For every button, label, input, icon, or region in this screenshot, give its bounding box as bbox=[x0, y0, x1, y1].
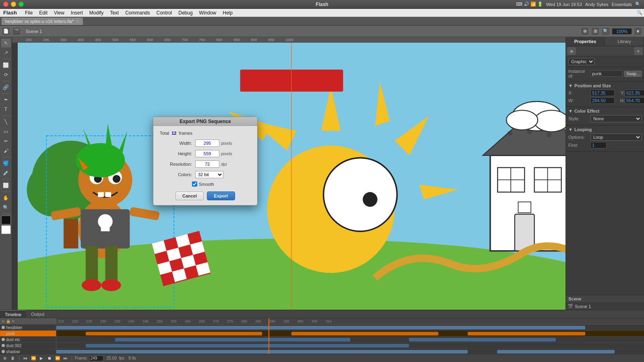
minimize-button[interactable] bbox=[11, 2, 16, 7]
frame-input[interactable] bbox=[89, 356, 103, 361]
swap-button[interactable]: Swap... bbox=[624, 71, 642, 77]
paint-bucket-tool[interactable]: 🪣 bbox=[1, 159, 11, 168]
maximize-button[interactable] bbox=[19, 2, 24, 7]
height-input[interactable] bbox=[195, 150, 219, 157]
clock: Wed 19 Jun 19:53 bbox=[546, 2, 582, 7]
3d-rotation-tool[interactable]: ⟳ bbox=[1, 70, 11, 79]
menu-window[interactable]: Window bbox=[196, 9, 220, 17]
hand-tool[interactable]: ✋ bbox=[1, 193, 11, 202]
menu-edit[interactable]: Edit bbox=[36, 9, 51, 17]
layer-dust-002[interactable]: dust 002 bbox=[0, 343, 56, 349]
add-layer-btn[interactable]: ⊕ bbox=[2, 355, 8, 362]
panel-tabs: Properties Library bbox=[566, 37, 644, 46]
x-label: X: bbox=[568, 90, 590, 95]
menu-file[interactable]: File bbox=[22, 9, 36, 17]
toolbar: 📄 🎬 Scene 1 ⊕ ⊞ 🔍 100% ▼ bbox=[0, 26, 644, 37]
type-dropdown[interactable]: Graphic bbox=[568, 58, 594, 65]
layer-punk[interactable]: punk bbox=[0, 331, 56, 337]
next-frame-btn[interactable]: ⏩ bbox=[54, 355, 61, 362]
options-btn[interactable]: ≡ bbox=[634, 47, 642, 55]
document-tab[interactable]: hexjibber vs spike-u v16 letters.fla* ✕ bbox=[2, 18, 83, 25]
loop-dropdown[interactable]: Loop bbox=[590, 134, 642, 141]
stage[interactable] bbox=[18, 43, 566, 310]
eyedropper-tool[interactable]: 💉 bbox=[1, 169, 11, 177]
grid-icon[interactable]: ⊞ bbox=[591, 27, 600, 36]
filter-btn[interactable]: ⊕ bbox=[568, 47, 576, 55]
stop-btn[interactable]: ⏹ bbox=[46, 355, 53, 362]
type-section: Graphic bbox=[566, 56, 644, 67]
subselect-tool[interactable]: ↗ bbox=[1, 48, 11, 57]
line-tool[interactable]: ╲ bbox=[1, 117, 11, 126]
style-dropdown[interactable]: None bbox=[590, 115, 642, 122]
looping-collapse-icon[interactable]: ▼ bbox=[568, 127, 573, 132]
mark-220: 220 bbox=[72, 319, 86, 323]
brush-tool[interactable]: 🖌 bbox=[1, 146, 11, 155]
pencil-tool[interactable]: ✏ bbox=[1, 137, 11, 146]
position-size-section: ▼ Position and Size X: Y: W: H: bbox=[566, 82, 644, 107]
text-tool[interactable]: T bbox=[1, 105, 11, 114]
h-input[interactable] bbox=[625, 97, 644, 104]
smooth-checkbox[interactable] bbox=[192, 181, 197, 187]
cancel-button[interactable]: Cancel bbox=[175, 191, 204, 200]
menu-view[interactable]: View bbox=[51, 9, 68, 17]
prev-frame-btn[interactable]: ⏪ bbox=[30, 355, 37, 362]
lasso-tool[interactable]: 🔗 bbox=[1, 83, 11, 92]
menu-modify[interactable]: Modify bbox=[86, 9, 107, 17]
export-png-dialog[interactable]: Export PNG Sequence Total 12 frames Widt… bbox=[153, 117, 258, 206]
width-input[interactable] bbox=[195, 140, 219, 147]
zoom-level[interactable]: 100% bbox=[612, 28, 632, 35]
track-ruler: 215 220 225 230 235 240 245 250 255 260 … bbox=[56, 318, 644, 325]
scene-label: Scene 1 bbox=[26, 29, 42, 34]
zoom-dropdown-icon[interactable]: ▼ bbox=[634, 27, 642, 36]
instance-input[interactable] bbox=[590, 70, 623, 77]
play-btn[interactable]: ▶ bbox=[38, 355, 45, 362]
fill-color[interactable] bbox=[1, 225, 11, 234]
snap-icon[interactable]: ⊕ bbox=[580, 27, 589, 36]
menu-help[interactable]: Help bbox=[219, 9, 236, 17]
svg-point-49 bbox=[76, 143, 125, 177]
tab-close-icon[interactable]: ✕ bbox=[76, 19, 79, 23]
menu-control[interactable]: Control bbox=[153, 9, 175, 17]
dust-etc-bar-2 bbox=[409, 338, 556, 341]
first-input[interactable] bbox=[590, 142, 607, 148]
colors-dropdown[interactable]: 32 bit 24 bit 8 bit bbox=[195, 171, 223, 178]
delete-layer-btn[interactable]: 🗑 bbox=[10, 355, 16, 362]
mark-255: 255 bbox=[171, 319, 185, 323]
svg-rect-2 bbox=[18, 268, 566, 310]
layer-dust-etc[interactable]: dust etc bbox=[0, 337, 56, 343]
pen-tool[interactable]: ✒ bbox=[1, 95, 11, 104]
first-frame-btn[interactable]: ⏮ bbox=[22, 355, 29, 362]
scene-item[interactable]: 🎬 Scene 1 bbox=[566, 303, 644, 310]
last-frame-btn[interactable]: ⏭ bbox=[62, 355, 69, 362]
layer-hexjibber[interactable]: hexjibber bbox=[0, 325, 56, 331]
tab-bar: hexjibber vs spike-u v16 letters.fla* ✕ bbox=[0, 17, 644, 26]
color-effect-collapse-icon[interactable]: ▼ bbox=[568, 109, 573, 113]
timeline-tab[interactable]: Timeline bbox=[0, 310, 26, 318]
x-input[interactable] bbox=[590, 90, 615, 96]
collapse-icon[interactable]: ▼ bbox=[568, 83, 573, 88]
h-label: H: bbox=[615, 98, 625, 103]
rect-tool[interactable]: ▭ bbox=[1, 127, 11, 136]
tab-library[interactable]: Library bbox=[605, 37, 644, 46]
search-icon[interactable]: 🔍 bbox=[635, 2, 641, 7]
menu-commands[interactable]: Commands bbox=[122, 9, 153, 17]
zoom-tool[interactable]: 🔍 bbox=[1, 203, 11, 212]
menu-insert[interactable]: Insert bbox=[68, 9, 86, 17]
resolution-input[interactable] bbox=[195, 160, 219, 168]
select-tool[interactable]: ↖ bbox=[1, 39, 11, 47]
output-tab[interactable]: Output bbox=[26, 310, 49, 318]
y-input[interactable] bbox=[625, 90, 644, 96]
tab-properties[interactable]: Properties bbox=[566, 37, 605, 46]
stroke-color[interactable] bbox=[1, 216, 11, 224]
free-transform-tool[interactable]: ⬜ bbox=[1, 61, 11, 70]
export-button[interactable]: Export bbox=[207, 191, 235, 200]
close-button[interactable] bbox=[3, 2, 8, 7]
new-scene-btn[interactable]: 📄 bbox=[2, 27, 10, 36]
layer-shadow[interactable]: shadow bbox=[0, 349, 56, 354]
menu-text[interactable]: Text bbox=[107, 9, 122, 17]
track-rows bbox=[56, 325, 644, 354]
zoom-icon[interactable]: 🔍 bbox=[601, 27, 610, 36]
menu-debug[interactable]: Debug bbox=[175, 9, 196, 17]
w-input[interactable] bbox=[590, 97, 615, 104]
eraser-tool[interactable]: ⬜ bbox=[1, 181, 11, 190]
